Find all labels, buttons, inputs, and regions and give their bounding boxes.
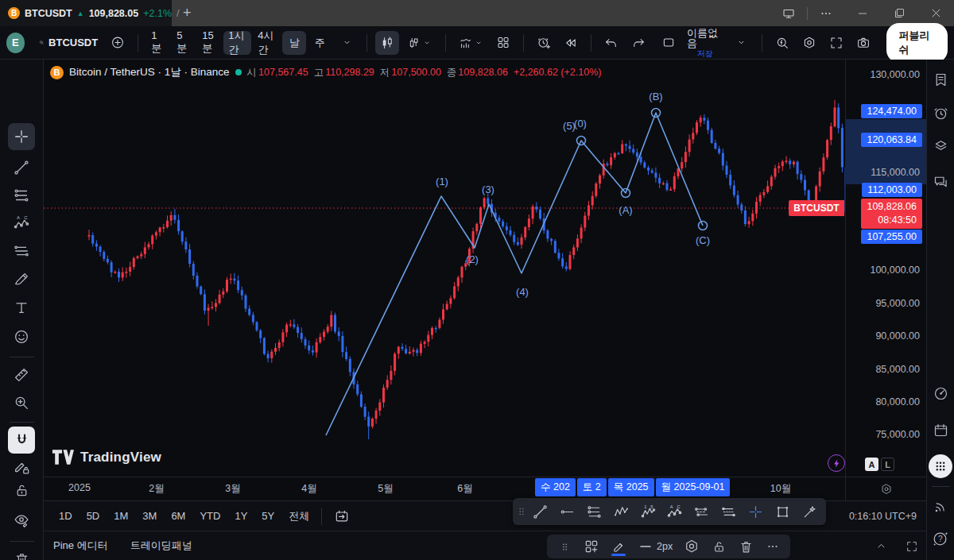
range-button-5D[interactable]: 5D	[80, 506, 107, 526]
range-button-전체[interactable]: 전체	[281, 505, 316, 527]
interval-menu-chevron[interactable]	[335, 31, 359, 55]
time-axis[interactable]: 20252월3월4월5월6월10월 수 202토 2목 2025월 2025-0…	[44, 477, 845, 500]
undo-button[interactable]	[599, 31, 623, 55]
minimize-button[interactable]	[844, 0, 881, 26]
fav-elliott-correction-button[interactable]	[661, 500, 688, 523]
alerts-button[interactable]	[929, 102, 952, 124]
fav-fib-button[interactable]	[581, 500, 608, 523]
object-tree-button[interactable]	[929, 134, 952, 156]
fav-magic-button[interactable]	[796, 500, 823, 523]
symbol-search-button[interactable]: BTCUSDT	[34, 31, 103, 55]
trend-line-tool-button[interactable]	[8, 154, 35, 181]
candlestick-plot[interactable]	[44, 60, 845, 477]
chart-style-alt-button[interactable]	[402, 31, 436, 55]
emoji-tool-button[interactable]	[8, 323, 35, 350]
range-button-1D[interactable]: 1D	[52, 506, 80, 526]
fav-crosshair-button[interactable]	[743, 500, 770, 523]
fib-retracement-tool-button[interactable]	[8, 182, 35, 209]
chart-settings-button[interactable]	[797, 31, 821, 55]
chart-region[interactable]: (1)(2)(3)(4)(5)(0)(A)(B)(C) B Bitcoin / …	[44, 60, 845, 500]
brush-tool-button[interactable]	[8, 266, 35, 293]
publish-button[interactable]: 퍼블리쉬	[886, 23, 948, 63]
price-axis[interactable]: 130,000.00124,474.00120,063.84115,000.00…	[845, 60, 926, 500]
range-button-6M[interactable]: 6M	[164, 506, 192, 526]
fav-xabcd-button[interactable]	[607, 500, 634, 523]
maximize-panel-button[interactable]	[906, 540, 918, 553]
timezone-clock[interactable]: 0:16:10 UTC+9	[849, 511, 918, 522]
save-label[interactable]: 저장	[697, 50, 713, 58]
fav-trend-line-button[interactable]	[527, 500, 554, 523]
position-tool-button[interactable]	[8, 238, 35, 265]
log-scale-toggle[interactable]: L	[881, 458, 894, 471]
interval-button-5분[interactable]: 5분	[172, 31, 196, 55]
line-width-button[interactable]	[633, 536, 658, 557]
interval-button-날[interactable]: 날	[282, 31, 306, 55]
drag-handle-icon[interactable]	[516, 500, 527, 523]
chat-button[interactable]	[929, 170, 952, 192]
drawing-settings-button[interactable]	[679, 536, 704, 557]
displays-icon[interactable]	[770, 0, 807, 26]
interval-button-15분[interactable]: 15분	[197, 31, 222, 55]
more-options-button[interactable]	[760, 536, 785, 557]
compare-add-symbol-button[interactable]	[106, 31, 130, 55]
interval-button-1분[interactable]: 1분	[146, 31, 170, 55]
template-button[interactable]	[579, 536, 604, 557]
apps-grid-button[interactable]	[929, 454, 952, 478]
fav-elliott-impulse-button[interactable]	[634, 500, 661, 523]
magnet-mode-button[interactable]	[8, 427, 35, 454]
range-button-3M[interactable]: 3M	[135, 506, 164, 526]
calendar-button[interactable]	[929, 419, 952, 441]
fav-parallel-channel-button[interactable]	[688, 500, 716, 523]
lock-drawings-button[interactable]	[8, 477, 35, 504]
redo-button[interactable]	[626, 31, 650, 55]
range-button-5Y[interactable]: 5Y	[254, 506, 281, 526]
text-tool-button[interactable]	[8, 294, 35, 321]
interval-button-4시간[interactable]: 4시간	[253, 31, 281, 55]
interval-button-1시간[interactable]: 1시간	[223, 31, 251, 55]
interval-button-주[interactable]: 주	[308, 31, 332, 55]
notifications-button[interactable]	[929, 496, 952, 518]
watchlist-button[interactable]	[929, 68, 952, 91]
fav-rectangle-button[interactable]	[769, 500, 796, 523]
remove-drawings-button[interactable]	[8, 546, 35, 560]
measure-tool-button[interactable]	[8, 361, 35, 388]
layout-name-button[interactable]: 이름없음 저장	[684, 28, 726, 58]
range-button-1Y[interactable]: 1Y	[227, 506, 254, 526]
legend-title[interactable]: Bitcoin / TetherUS · 1날 · Binance	[69, 65, 230, 79]
go-to-date-button[interactable]	[327, 504, 357, 528]
axis-settings-corner[interactable]	[846, 477, 927, 500]
browser-tab-btcusdt[interactable]: B BTCUSDT ▲ 109,828.05 +2.1% /	[0, 0, 172, 26]
snapshot-button[interactable]	[851, 31, 875, 55]
create-alert-button[interactable]	[532, 31, 556, 55]
auto-scale-toggle[interactable]: A	[865, 458, 878, 471]
range-button-YTD[interactable]: YTD	[192, 506, 227, 526]
lock-drawing-button[interactable]	[706, 536, 731, 557]
zoom-in-tool-button[interactable]	[8, 389, 35, 416]
user-avatar[interactable]: E	[6, 33, 25, 53]
pine-editor-button[interactable]: Pine 에디터	[53, 539, 108, 553]
more-menu-button[interactable]	[808, 0, 844, 26]
layout-select-button[interactable]	[657, 31, 681, 55]
market-status-dot[interactable]	[235, 69, 242, 75]
drag-handle-icon[interactable]	[552, 536, 577, 557]
fav-horizontal-ray-button[interactable]	[554, 500, 581, 523]
chart-canvas[interactable]: (1)(2)(3)(4)(5)(0)(A)(B)(C)	[44, 60, 845, 477]
fullscreen-button[interactable]	[824, 31, 848, 55]
trading-panel-button[interactable]: 트레이딩패널	[130, 539, 192, 553]
chart-style-candles-button[interactable]	[375, 31, 399, 55]
range-button-1M[interactable]: 1M	[107, 506, 135, 526]
quick-search-button[interactable]	[770, 31, 794, 55]
line-color-button[interactable]	[606, 536, 631, 557]
indicators-button[interactable]	[454, 31, 488, 55]
help-button[interactable]	[929, 527, 952, 550]
hide-drawings-button[interactable]	[8, 507, 35, 534]
elliott-wave-tool-button[interactable]	[8, 210, 35, 237]
layout-menu-chevron[interactable]	[730, 31, 754, 55]
lightning-boost-button[interactable]	[828, 454, 845, 472]
line-width-value[interactable]: 2px	[657, 541, 673, 552]
new-tab-button[interactable]: +	[183, 5, 192, 21]
delete-drawing-button[interactable]	[733, 536, 758, 557]
crosshair-tool-button[interactable]	[8, 123, 35, 150]
collapse-panel-button[interactable]	[874, 539, 888, 553]
bar-replay-button[interactable]	[559, 31, 583, 55]
